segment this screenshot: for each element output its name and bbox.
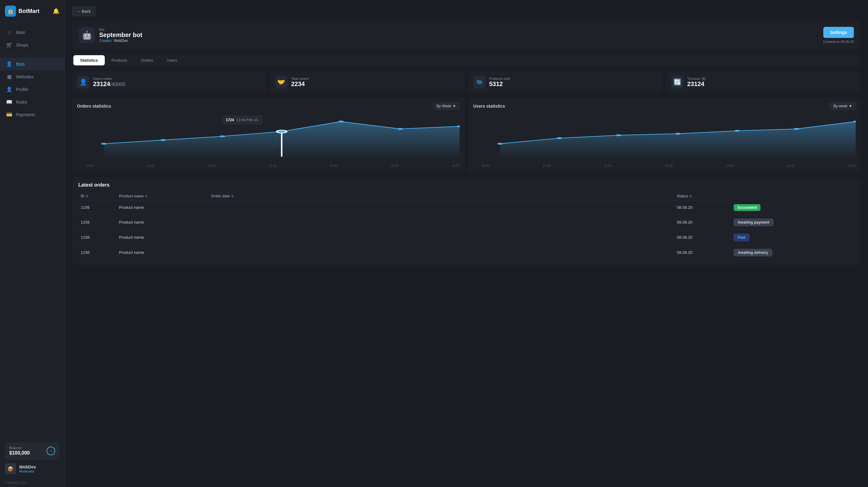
orders-chart-x-labels: 10.0311.0312.0313.0314.0315.0316.03 [77, 164, 460, 168]
sidebar-item-shops[interactable]: 🛒 Shops [0, 38, 64, 51]
col-header-order_date[interactable]: Order date⇅ [209, 192, 674, 200]
products-sold-icon: 🛍 [473, 76, 486, 88]
notification-bell-icon[interactable]: 🔔 [53, 8, 59, 15]
table-row: 1156Product name08.08.20Succeeded [78, 200, 855, 215]
sidebar-footer: Balance: $100,000 → 📦 WebDev Moderator [0, 438, 64, 479]
order-spacer [209, 214, 674, 230]
tab-users[interactable]: Users [160, 55, 184, 65]
sidebar-item-rules[interactable]: 📖 Rules [0, 95, 64, 108]
svg-point-17 [497, 143, 503, 145]
profile-icon: 👤 [6, 86, 12, 92]
latest-orders-card: Latest orders ID⇅Product name⇅Order date… [72, 177, 861, 265]
svg-point-18 [556, 137, 562, 139]
products-sold-label: Products sold [489, 77, 510, 81]
bot-info: 🤖 Bot September bot Creator WebDev [79, 27, 142, 43]
nav-divider [5, 54, 59, 55]
col-header-status[interactable]: Status⇅ [675, 192, 731, 200]
turnover-value: 23124 [687, 81, 706, 88]
order-spacer [209, 230, 674, 245]
chart-x-label: 13.03 [665, 164, 673, 168]
turnover-icon: 🔄 [671, 76, 683, 88]
table-row: 1156Product name08.08.20Paid [78, 230, 855, 245]
svg-point-8 [338, 121, 344, 122]
sidebar-item-bots[interactable]: 👤 Bots [0, 58, 64, 70]
stat-card-users-online: 👤 Users online 23124/40000 [72, 71, 267, 92]
chart-x-label: 11.03 [147, 164, 154, 168]
orders-chart-svg [77, 114, 460, 163]
orders-chart-header: Orders statistics By Week ▼ [77, 103, 460, 110]
order-id: 1156 [78, 230, 117, 245]
profile-label: Profile [16, 87, 28, 92]
order-product-name: Product name [117, 245, 209, 260]
chart-x-label: 10.03 [86, 164, 93, 168]
chart-x-label: 12.03 [604, 164, 612, 168]
main-icon: ⌂ [6, 30, 12, 35]
chart-x-label: 11.03 [543, 164, 551, 168]
chart-x-label: 16.03 [848, 164, 856, 168]
bot-card: 🤖 Bot September bot Creator WebDev Setti… [72, 21, 861, 49]
app-name: BotMart [19, 8, 39, 15]
bot-type-label: Bot [99, 28, 142, 31]
chart-x-label: 15.03 [391, 164, 398, 168]
svg-point-21 [734, 130, 740, 132]
settings-button[interactable]: Settings [823, 27, 854, 38]
order-date: 08.08.20 [675, 230, 731, 245]
charts-row: Orders statistics By Week ▼ [72, 97, 861, 172]
users-online-label: Users online [93, 77, 125, 81]
sidebar-item-payments[interactable]: 💳 Payments [0, 108, 64, 121]
sidebar-nav: ⌂ Main🛒 Shops👤 Bots▦ Websites👤 Profile📖 … [0, 23, 64, 438]
order-status-badge: Awaiting payment [734, 219, 773, 226]
balance-arrow-button[interactable]: → [46, 447, 55, 455]
sidebar-item-main[interactable]: ⌂ Main [0, 26, 64, 38]
users-chart-dropdown-arrow-icon: ▼ [848, 104, 852, 108]
order-status-badge: Awaiting delivery [734, 249, 772, 256]
orders-chart-dropdown-label: By Week [437, 104, 452, 108]
users-online-icon: 👤 [77, 76, 89, 88]
users-chart-header: Users statistics By week ▼ [473, 103, 856, 110]
main-content: ← Back 🤖 Bot September bot Creator WebDe… [65, 0, 868, 487]
order-id: 1156 [78, 200, 117, 215]
tab-products[interactable]: Products [105, 55, 134, 65]
user-avatar: 📦 [5, 463, 16, 475]
users-chart-dropdown[interactable]: By week ▼ [830, 103, 856, 110]
creator-label: Creator [99, 38, 112, 43]
order-status-badge: Paid [734, 234, 749, 241]
users-chart-x-labels: 10.0311.0312.0313.0314.0315.0316.03 [473, 164, 856, 168]
sidebar-item-profile[interactable]: 👤 Profile [0, 83, 64, 95]
bots-icon: 👤 [6, 61, 12, 67]
sidebar-header: 🤖 BotMart 🔔 [0, 0, 64, 23]
bot-name: September bot [99, 31, 142, 38]
order-id: 1156 [78, 214, 117, 230]
order-product-name: Product name [117, 230, 209, 245]
svg-point-19 [616, 134, 621, 136]
latest-orders-title: Latest orders [78, 182, 855, 188]
orders-chart-card: Orders statistics By Week ▼ [72, 97, 465, 172]
orders-chart-title: Orders statistics [77, 104, 111, 109]
order-date: 08.08.20 [675, 245, 731, 260]
tabs-bar: StatisticsProductsOrdersUsers [72, 54, 861, 67]
orders-chart-dropdown[interactable]: By Week ▼ [433, 103, 460, 110]
tab-orders[interactable]: Orders [134, 55, 160, 65]
user-area: 📦 WebDev Moderator [5, 463, 59, 475]
col-header-product_name[interactable]: Product name⇅ [117, 192, 209, 200]
order-product-name: Product name [117, 214, 209, 230]
orders-chart-dropdown-arrow-icon: ▼ [453, 104, 456, 108]
svg-point-20 [675, 133, 681, 135]
main-label: Main [16, 30, 25, 35]
created-on-label: Created on 08.08.20 [823, 40, 854, 44]
table-row: 1156Product name08.08.20Awaiting payment [78, 214, 855, 230]
chart-x-label: 15.03 [787, 164, 795, 168]
sidebar-item-websites[interactable]: ▦ Websites [0, 70, 64, 83]
svg-point-12 [277, 130, 286, 133]
tab-statistics[interactable]: Statistics [73, 55, 105, 65]
col-header-id[interactable]: ID⇅ [78, 192, 117, 200]
back-button[interactable]: ← Back [72, 6, 95, 16]
stat-card-turnover: 🔄 Turnover ($) 23124 [666, 71, 861, 92]
total-orders-icon: 🤝 [275, 76, 287, 88]
order-status: Awaiting payment [731, 214, 855, 230]
stat-card-total-orders: 🤝 Total orders 2234 [270, 71, 465, 92]
turnover-label: Turnover ($) [687, 77, 706, 81]
payments-icon: 💳 [6, 112, 12, 117]
users-online-value: 23124/40000 [93, 81, 125, 88]
bot-actions: Settings Created on 08.08.20 [823, 27, 854, 44]
